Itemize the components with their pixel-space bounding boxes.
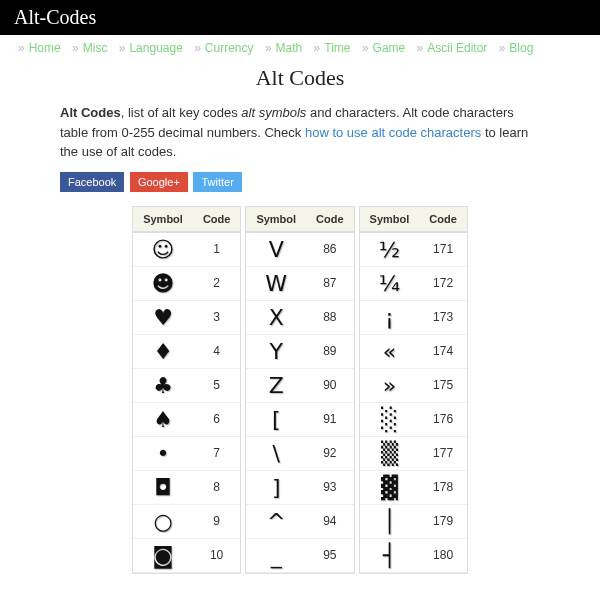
header-code: Code bbox=[419, 207, 467, 232]
table-row: ♥3 bbox=[133, 300, 240, 334]
intro-italic: alt symbols bbox=[241, 105, 306, 120]
code-cell: 175 bbox=[419, 368, 467, 402]
symbol-cell: ½ bbox=[360, 232, 420, 267]
table-row: Y89 bbox=[246, 334, 353, 368]
table-row: ¡173 bbox=[360, 300, 467, 334]
nav-currency[interactable]: Currency bbox=[205, 41, 254, 55]
code-cell: 4 bbox=[193, 334, 241, 368]
alt-code-tables: Symbol Code ☺1☻2♥3♦4♣5♠6•7◘8○9◙10 Symbol… bbox=[60, 206, 540, 574]
social-buttons: Facebook Google+ Twitter bbox=[60, 172, 540, 192]
table-row: ¼172 bbox=[360, 266, 467, 300]
symbol-cell: • bbox=[133, 436, 193, 470]
symbol-cell: ┤ bbox=[360, 538, 420, 572]
code-cell: 89 bbox=[306, 334, 354, 368]
code-cell: 93 bbox=[306, 470, 354, 504]
symbol-cell: ▒ bbox=[360, 436, 420, 470]
table-row: ♦4 bbox=[133, 334, 240, 368]
code-cell: 172 bbox=[419, 266, 467, 300]
table-row: ☺1 bbox=[133, 232, 240, 267]
symbol-cell: ¼ bbox=[360, 266, 420, 300]
symbol-cell: \ bbox=[246, 436, 306, 470]
code-cell: 95 bbox=[306, 538, 354, 572]
table-row: ░176 bbox=[360, 402, 467, 436]
nav-game[interactable]: Game bbox=[373, 41, 406, 55]
page-title: Alt Codes bbox=[60, 65, 540, 91]
intro-paragraph: Alt Codes, list of alt key codes alt sym… bbox=[60, 103, 540, 162]
code-cell: 9 bbox=[193, 504, 241, 538]
code-cell: 86 bbox=[306, 232, 354, 267]
breadcrumb-nav: »Home »Misc »Language »Currency »Math »T… bbox=[0, 35, 600, 61]
header-code: Code bbox=[193, 207, 241, 232]
symbol-cell: ¡ bbox=[360, 300, 420, 334]
symbol-cell: [ bbox=[246, 402, 306, 436]
symbol-cell: ○ bbox=[133, 504, 193, 538]
code-cell: 94 bbox=[306, 504, 354, 538]
twitter-button[interactable]: Twitter bbox=[193, 172, 241, 192]
code-cell: 174 bbox=[419, 334, 467, 368]
symbol-cell: » bbox=[360, 368, 420, 402]
nav-language[interactable]: Language bbox=[129, 41, 182, 55]
symbol-cell: X bbox=[246, 300, 306, 334]
code-cell: 87 bbox=[306, 266, 354, 300]
table-row: ^94 bbox=[246, 504, 353, 538]
table-row: ♣5 bbox=[133, 368, 240, 402]
symbol-cell: « bbox=[360, 334, 420, 368]
table-row: W87 bbox=[246, 266, 353, 300]
table-row: ▒177 bbox=[360, 436, 467, 470]
table-row: ♠6 bbox=[133, 402, 240, 436]
code-cell: 176 bbox=[419, 402, 467, 436]
nav-blog[interactable]: Blog bbox=[509, 41, 533, 55]
table-row: ○9 bbox=[133, 504, 240, 538]
nav-ascii[interactable]: Ascii Editor bbox=[427, 41, 487, 55]
symbol-cell: ◘ bbox=[133, 470, 193, 504]
symbol-cell: ♥ bbox=[133, 300, 193, 334]
table-row: X88 bbox=[246, 300, 353, 334]
code-cell: 6 bbox=[193, 402, 241, 436]
howto-link[interactable]: how to use alt code characters bbox=[305, 125, 481, 140]
code-cell: 171 bbox=[419, 232, 467, 267]
symbol-cell: V bbox=[246, 232, 306, 267]
symbol-cell: ] bbox=[246, 470, 306, 504]
code-cell: 173 bbox=[419, 300, 467, 334]
nav-math[interactable]: Math bbox=[276, 41, 303, 55]
code-cell: 178 bbox=[419, 470, 467, 504]
table-row: ◘8 bbox=[133, 470, 240, 504]
table-row: V86 bbox=[246, 232, 353, 267]
table-row: «174 bbox=[360, 334, 467, 368]
table-row: ☻2 bbox=[133, 266, 240, 300]
symbol-cell: _ bbox=[246, 538, 306, 572]
code-cell: 177 bbox=[419, 436, 467, 470]
googleplus-button[interactable]: Google+ bbox=[130, 172, 188, 192]
code-cell: 88 bbox=[306, 300, 354, 334]
facebook-button[interactable]: Facebook bbox=[60, 172, 124, 192]
code-cell: 10 bbox=[193, 538, 241, 572]
symbol-cell: ◙ bbox=[133, 538, 193, 572]
symbol-cell: ☻ bbox=[133, 266, 193, 300]
code-cell: 179 bbox=[419, 504, 467, 538]
code-cell: 2 bbox=[193, 266, 241, 300]
table-row: Z90 bbox=[246, 368, 353, 402]
nav-misc[interactable]: Misc bbox=[83, 41, 108, 55]
table-row: ½171 bbox=[360, 232, 467, 267]
table-col-1: Symbol Code ☺1☻2♥3♦4♣5♠6•7◘8○9◙10 bbox=[132, 206, 241, 574]
intro-bold: Alt Codes bbox=[60, 105, 121, 120]
table-row: [91 bbox=[246, 402, 353, 436]
table-row: _95 bbox=[246, 538, 353, 572]
header-code: Code bbox=[306, 207, 354, 232]
nav-home[interactable]: Home bbox=[29, 41, 61, 55]
code-cell: 5 bbox=[193, 368, 241, 402]
symbol-cell: W bbox=[246, 266, 306, 300]
symbol-cell: ▓ bbox=[360, 470, 420, 504]
symbol-cell: ░ bbox=[360, 402, 420, 436]
site-title: Alt-Codes bbox=[0, 0, 600, 35]
table-row: •7 bbox=[133, 436, 240, 470]
symbol-cell: Z bbox=[246, 368, 306, 402]
nav-time[interactable]: Time bbox=[324, 41, 350, 55]
table-col-2: Symbol Code V86W87X88Y89Z90[91\92]93^94_… bbox=[245, 206, 354, 574]
table-row: »175 bbox=[360, 368, 467, 402]
symbol-cell: │ bbox=[360, 504, 420, 538]
table-col-3: Symbol Code ½171¼172¡173«174»175░176▒177… bbox=[359, 206, 468, 574]
code-cell: 1 bbox=[193, 232, 241, 267]
table-row: ┤180 bbox=[360, 538, 467, 572]
code-cell: 91 bbox=[306, 402, 354, 436]
